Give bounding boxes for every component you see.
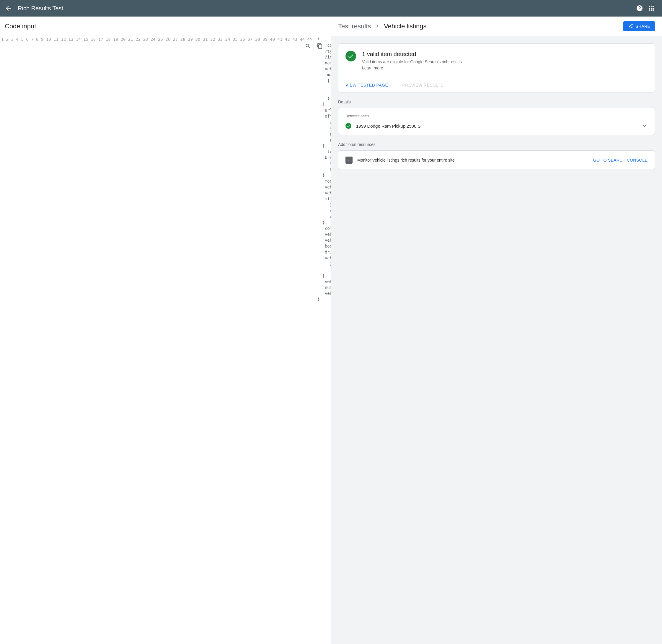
help-icon [636, 5, 643, 12]
line-numbers: 1 2 3 4 5 6 7 8 9 10 11 12 13 14 15 16 1… [0, 35, 315, 644]
detected-item-row[interactable]: 1999 Dodge Ram Pickup 2500 ST [346, 123, 647, 129]
copy-code-button[interactable] [314, 40, 326, 52]
check-icon [346, 124, 351, 128]
help-button[interactable] [634, 2, 645, 14]
share-icon [628, 24, 633, 29]
results-body: 1 valid item detected Valid items are el… [331, 36, 662, 644]
resource-card: Monitor Vehicle listings rich results fo… [338, 151, 655, 170]
analytics-icon [346, 157, 353, 164]
apps-button[interactable] [645, 2, 657, 14]
validation-result-card: 1 valid item detected Valid items are el… [338, 43, 655, 92]
app-title: Rich Results Test [18, 5, 634, 12]
detected-items-label: Detected items [346, 114, 647, 118]
go-to-console-link[interactable]: GO TO SEARCH CONSOLE [593, 158, 647, 162]
search-code-button[interactable] [302, 40, 314, 52]
detected-items-card: Detected items 1999 Dodge Ram Pickup 250… [338, 108, 655, 135]
resource-text: Monitor Vehicle listings rich results fo… [357, 158, 589, 162]
code-editor[interactable]: 1 2 3 4 5 6 7 8 9 10 11 12 13 14 15 16 1… [0, 35, 331, 644]
learn-more-link[interactable]: Learn more [362, 66, 383, 70]
code-content[interactable]: { "@context": "https://schema.org", "@ty… [315, 35, 331, 644]
chevron-right-icon [374, 23, 380, 29]
validation-summary: 1 valid item detected Valid items are el… [338, 44, 655, 78]
arrow-left-icon [5, 5, 12, 12]
code-toolbar [302, 40, 326, 52]
app-header: Rich Results Test [0, 0, 662, 17]
check-icon [348, 53, 354, 60]
view-tested-page-button[interactable]: VIEW TESTED PAGE [338, 78, 395, 92]
chevron-down-icon [642, 123, 647, 129]
result-title: 1 valid item detected [362, 51, 463, 58]
main-content: Code input 1 2 3 4 5 6 7 8 9 10 11 12 13… [0, 17, 662, 644]
bar-chart-icon [347, 158, 351, 162]
share-label: SHARE [636, 24, 650, 29]
breadcrumb-current: Vehicle listings [384, 22, 426, 30]
results-header: Test results Vehicle listings SHARE [331, 17, 662, 36]
result-subtitle: Valid items are eligible for Google Sear… [362, 60, 463, 64]
code-panel: Code input 1 2 3 4 5 6 7 8 9 10 11 12 13… [0, 17, 331, 644]
details-section-label: Details [338, 99, 655, 104]
additional-section-label: Additional resources [338, 142, 655, 147]
code-panel-title: Code input [0, 17, 331, 35]
item-success-badge [346, 123, 351, 129]
back-button[interactable] [5, 5, 12, 12]
share-button[interactable]: SHARE [623, 21, 655, 31]
apps-icon [648, 5, 655, 12]
detected-item-name: 1999 Dodge Ram Pickup 2500 ST [356, 123, 637, 129]
search-icon [305, 43, 311, 49]
validation-text: 1 valid item detected Valid items are el… [362, 51, 463, 71]
copy-icon [317, 43, 323, 49]
preview-results-button: PREVIEW RESULTS [395, 78, 451, 92]
results-panel: Test results Vehicle listings SHARE 1 va… [331, 17, 662, 644]
success-badge [346, 51, 356, 62]
breadcrumb-root[interactable]: Test results [338, 22, 371, 30]
result-actions: VIEW TESTED PAGE PREVIEW RESULTS [338, 78, 655, 92]
breadcrumb: Test results Vehicle listings [338, 22, 427, 30]
